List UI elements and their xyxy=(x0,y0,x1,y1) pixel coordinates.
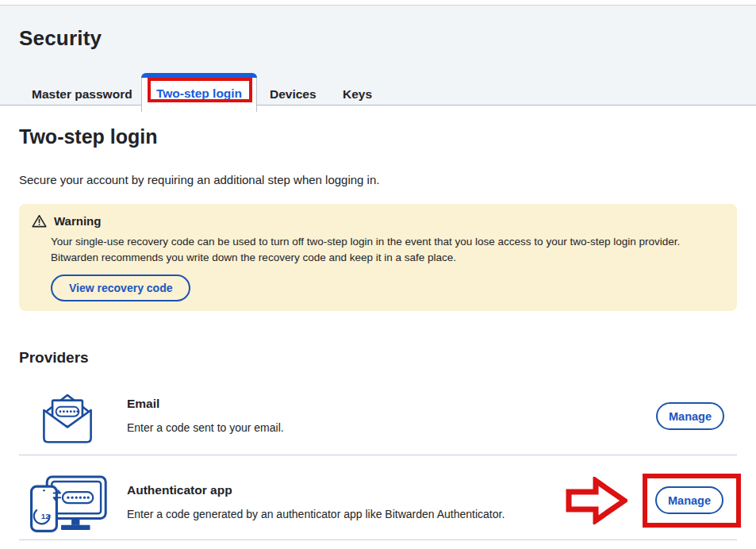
warning-callout: Warning Your single-use recovery code ca… xyxy=(19,204,737,311)
active-tab-indicator xyxy=(141,73,257,78)
warning-body-text: Your single-use recovery code can be use… xyxy=(51,234,718,265)
authenticator-app-icon: 12 xyxy=(26,474,108,540)
page-header: Security Master password Two-step login … xyxy=(0,5,756,106)
view-recovery-code-button[interactable]: View recovery code xyxy=(51,274,190,301)
row-divider xyxy=(19,455,737,455)
provider-name-authenticator: Authenticator app xyxy=(127,483,232,497)
provider-desc-authenticator: Enter a code generated by an authenticat… xyxy=(127,508,505,520)
red-annotation-arrow-icon xyxy=(566,477,627,528)
tab-two-step-login[interactable]: Two-step login xyxy=(141,73,257,112)
tab-label: Two-step login xyxy=(156,86,242,101)
section-heading: Two-step login xyxy=(19,125,158,148)
warning-triangle-icon xyxy=(32,214,47,228)
providers-heading: Providers xyxy=(19,349,89,367)
security-settings-page: Security Master password Two-step login … xyxy=(0,0,756,549)
tab-keys[interactable]: Keys xyxy=(343,87,372,102)
provider-desc-email: Enter a code sent to your email. xyxy=(127,421,284,434)
tab-devices[interactable]: Devices xyxy=(270,87,317,102)
page-title: Security xyxy=(19,26,102,51)
row-divider xyxy=(19,539,737,540)
email-code-icon xyxy=(38,388,97,450)
tab-master-password[interactable]: Master password xyxy=(32,87,132,102)
intro-text: Secure your account by requiring an addi… xyxy=(19,173,379,186)
manage-email-button[interactable]: Manage xyxy=(656,402,724,430)
svg-text:12: 12 xyxy=(41,512,50,520)
warning-title: Warning xyxy=(54,214,101,228)
manage-authenticator-button[interactable]: Manage xyxy=(655,486,723,514)
provider-name-email: Email xyxy=(127,397,159,411)
